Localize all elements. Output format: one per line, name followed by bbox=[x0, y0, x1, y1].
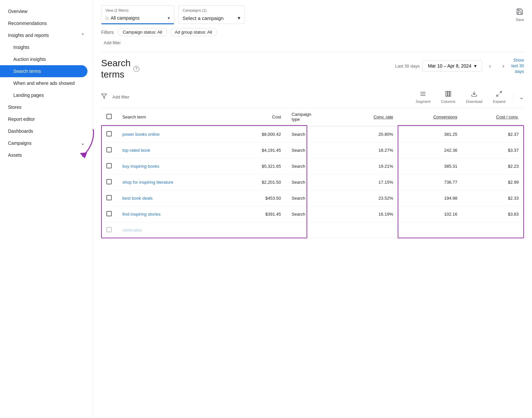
chevron-down-icon: ⌄ bbox=[81, 140, 85, 146]
prev-date-button[interactable]: ‹ bbox=[485, 61, 495, 71]
header-cost: Cost bbox=[231, 108, 286, 126]
row-checkbox[interactable] bbox=[106, 195, 112, 200]
sidebar-item-stores[interactable]: Stores bbox=[0, 101, 93, 113]
columns-button[interactable]: Columns bbox=[438, 89, 458, 105]
sidebar-item-when-where[interactable]: When and where ads showed bbox=[0, 77, 93, 89]
help-icon[interactable]: ? bbox=[133, 66, 139, 72]
header-conversions: Conversions bbox=[398, 108, 463, 126]
cell-conv-rate: 17.15% bbox=[342, 174, 398, 190]
sidebar-item-insights[interactable]: Insights bbox=[0, 41, 93, 53]
row-checkbox-cell bbox=[101, 190, 117, 206]
expand-label: Expand bbox=[493, 100, 505, 104]
download-label: Download bbox=[466, 100, 482, 104]
table-row: minimalist bbox=[101, 222, 524, 238]
cell-campaign-type: Search bbox=[286, 142, 342, 158]
sidebar-item-report-editor[interactable]: Report editor bbox=[0, 113, 93, 125]
svg-marker-1 bbox=[102, 94, 107, 99]
sidebar-item-label: Insights and reports bbox=[8, 33, 49, 38]
save-icon bbox=[516, 8, 523, 17]
row-checkbox[interactable] bbox=[106, 147, 112, 152]
sidebar-item-label: Stores bbox=[8, 104, 21, 110]
sidebar-item-search-terms[interactable]: Search terms bbox=[0, 65, 87, 77]
table-row: top-rated book $4,191.45 Search 18.27% 2… bbox=[101, 142, 524, 158]
download-button[interactable]: Download bbox=[464, 89, 485, 105]
sidebar-item-overview[interactable]: Overview bbox=[0, 5, 93, 17]
cell-campaign-type: Search bbox=[286, 126, 342, 142]
cell-conversions: 381.25 bbox=[398, 126, 463, 142]
toolbar-add-filter-button[interactable]: Add filter bbox=[112, 95, 129, 100]
sidebar-item-label: Campaigns bbox=[8, 140, 32, 146]
section-divider bbox=[101, 52, 524, 52]
row-checkbox[interactable] bbox=[106, 179, 112, 184]
table-row: find inspiring stories $391.45 Search 16… bbox=[101, 206, 524, 222]
cell-campaign-type: Search bbox=[286, 190, 342, 206]
cell-search-term[interactable]: power books online bbox=[117, 126, 231, 142]
sidebar-item-assets[interactable]: Assets ⌄ bbox=[0, 149, 93, 161]
cell-search-term[interactable]: shop for inspiring literature bbox=[117, 174, 231, 190]
cell-conversions: 736.77 bbox=[398, 174, 463, 190]
date-range-button[interactable]: Mar 10 – Apr 8, 2024 ▾ bbox=[422, 60, 482, 72]
home-icon: ⌂ bbox=[105, 15, 109, 21]
sidebar-item-recommendations[interactable]: Recommendations bbox=[0, 17, 93, 29]
row-checkbox[interactable] bbox=[106, 131, 112, 136]
expand-button[interactable]: Expand bbox=[490, 89, 508, 105]
select-all-checkbox[interactable] bbox=[106, 114, 112, 119]
segment-button[interactable]: Segment bbox=[413, 89, 433, 105]
filter-icon[interactable] bbox=[101, 93, 107, 101]
cell-cost: $5,321.65 bbox=[231, 158, 286, 174]
row-checkbox-cell bbox=[101, 222, 117, 238]
campaign-status-filter[interactable]: Campaign status: All bbox=[118, 28, 167, 36]
view-dropdown[interactable]: View (2 filters) ⌂ All campaigns ▾ bbox=[101, 5, 174, 24]
cell-search-term[interactable]: find inspiring stories bbox=[117, 206, 231, 222]
next-date-button[interactable]: › bbox=[498, 61, 509, 71]
cell-conv-rate: 20.80% bbox=[342, 126, 398, 142]
cell-campaign-type: Search bbox=[286, 206, 342, 222]
campaign-dropdown[interactable]: Campaigns (1) Select a campaign ▾ bbox=[178, 5, 245, 24]
page-header: Search terms ? Last 30 days Mar 10 – Apr… bbox=[101, 58, 524, 80]
row-checkbox-cell bbox=[101, 158, 117, 174]
show-last-days-button[interactable]: Show last 30 days bbox=[511, 58, 524, 75]
cell-cost-conv: $3.83 bbox=[463, 206, 524, 222]
ad-group-status-filter[interactable]: Ad group status: All bbox=[170, 28, 217, 36]
add-filter-button[interactable]: Add filter bbox=[101, 39, 524, 47]
save-button[interactable]: Save bbox=[516, 8, 524, 22]
download-icon bbox=[471, 91, 477, 99]
dropdown-arrow-icon: ▾ bbox=[474, 63, 476, 69]
sidebar-item-landing-pages[interactable]: Landing pages bbox=[0, 89, 93, 101]
row-checkbox[interactable] bbox=[106, 211, 112, 216]
collapse-icon[interactable]: ⌄ bbox=[519, 94, 524, 101]
sidebar-item-insights-reports[interactable]: Insights and reports ⌃ bbox=[0, 29, 93, 41]
sidebar-item-campaigns[interactable]: Campaigns ⌄ bbox=[0, 137, 93, 149]
sidebar-item-dashboards[interactable]: Dashboards bbox=[0, 125, 93, 137]
sidebar-item-label: When and where ads showed bbox=[13, 81, 74, 86]
cell-conversions: 102.16 bbox=[398, 206, 463, 222]
cell-search-term[interactable]: buy inspiring books bbox=[117, 158, 231, 174]
sidebar-item-label: Dashboards bbox=[8, 128, 33, 134]
table-row: buy inspiring books $5,321.65 Search 19.… bbox=[101, 158, 524, 174]
header-campaign-type: Campaigntype bbox=[286, 108, 342, 126]
cell-cost-conv: $2.99 bbox=[463, 174, 524, 190]
campaign-label: Select a campaign bbox=[183, 15, 223, 21]
row-checkbox[interactable] bbox=[106, 227, 112, 232]
sidebar-item-label: Auction insights bbox=[13, 57, 46, 62]
main-content: View (2 filters) ⌂ All campaigns ▾ Campa… bbox=[93, 0, 532, 418]
sidebar-item-auction-insights[interactable]: Auction insights bbox=[0, 53, 93, 65]
cell-search-term[interactable]: minimalist bbox=[117, 222, 231, 238]
cell-cost bbox=[231, 222, 286, 238]
cell-conversions: 242.36 bbox=[398, 142, 463, 158]
header-checkbox-cell bbox=[101, 108, 117, 126]
sidebar: Overview Recommendations Insights and re… bbox=[0, 0, 93, 418]
cell-conversions bbox=[398, 222, 463, 238]
date-range-text: Mar 10 – Apr 8, 2024 bbox=[428, 63, 471, 69]
row-checkbox-cell bbox=[101, 142, 117, 158]
svg-line-10 bbox=[497, 95, 499, 97]
cell-search-term[interactable]: best book deals bbox=[117, 190, 231, 206]
svg-rect-7 bbox=[450, 92, 451, 97]
cell-search-term[interactable]: top-rated book bbox=[117, 142, 231, 158]
row-checkbox-cell bbox=[101, 174, 117, 190]
row-checkbox[interactable] bbox=[106, 163, 112, 168]
cell-cost-conv bbox=[463, 222, 524, 238]
sidebar-item-label: Landing pages bbox=[13, 93, 44, 98]
table-row: power books online $8,000.42 Search 20.8… bbox=[101, 126, 524, 142]
sidebar-item-label: Recommendations bbox=[8, 21, 47, 26]
